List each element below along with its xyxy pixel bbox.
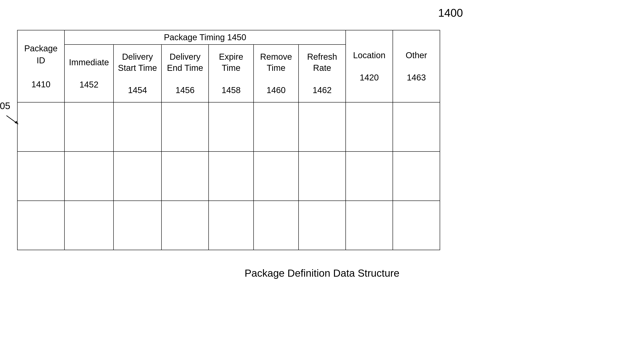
cell xyxy=(64,102,114,151)
table-wrapper: 1405 Package ID 1410 Package Timing 1450 xyxy=(17,30,440,250)
table-row xyxy=(17,102,440,151)
diagram-number: 1400 xyxy=(438,6,463,19)
cell xyxy=(393,102,440,151)
header-immediate: Immediate 1452 xyxy=(64,44,114,102)
cell xyxy=(208,201,254,250)
header-delivery-end: Delivery End Time 1456 xyxy=(162,44,208,102)
cell xyxy=(162,102,208,151)
cell xyxy=(346,151,393,201)
cell xyxy=(254,151,298,201)
cell xyxy=(298,102,346,151)
cell xyxy=(162,151,208,201)
header-package-timing: Package Timing 1450 xyxy=(64,30,346,44)
svg-marker-1 xyxy=(14,121,18,124)
cell xyxy=(208,151,254,201)
table-row xyxy=(17,201,440,250)
table-row xyxy=(17,151,440,201)
cell xyxy=(64,201,114,250)
cell xyxy=(346,201,393,250)
cell xyxy=(298,201,346,250)
header-refresh: Refresh Rate 1462 xyxy=(298,44,346,102)
cell xyxy=(64,151,114,201)
cell xyxy=(254,102,298,151)
cell xyxy=(162,201,208,250)
header-delivery-start: Delivery Start Time 1454 xyxy=(114,44,162,102)
cell xyxy=(346,102,393,151)
cell xyxy=(17,102,64,151)
cell xyxy=(298,151,346,201)
annotation-arrow xyxy=(4,113,22,127)
header-remove: Remove Time 1460 xyxy=(254,44,298,102)
header-expire: Expire Time 1458 xyxy=(208,44,254,102)
header-location: Location 1420 xyxy=(346,30,393,102)
cell xyxy=(114,102,162,151)
header-row-1: Package ID 1410 Package Timing 1450 Loca… xyxy=(17,30,440,44)
diagram-caption: Package Definition Data Structure xyxy=(244,267,400,279)
header-package-id: Package ID 1410 xyxy=(17,30,64,102)
main-table: Package ID 1410 Package Timing 1450 Loca… xyxy=(17,30,440,250)
cell xyxy=(17,201,64,250)
header-other: Other 1463 xyxy=(393,30,440,102)
cell xyxy=(393,201,440,250)
annotation-label: 1405 xyxy=(0,101,10,111)
cell xyxy=(254,201,298,250)
cell xyxy=(208,102,254,151)
cell xyxy=(114,151,162,201)
cell xyxy=(393,151,440,201)
cell xyxy=(17,151,64,201)
cell xyxy=(114,201,162,250)
page-container: 1400 1405 Package ID 1410 Package Timing… xyxy=(0,0,644,358)
